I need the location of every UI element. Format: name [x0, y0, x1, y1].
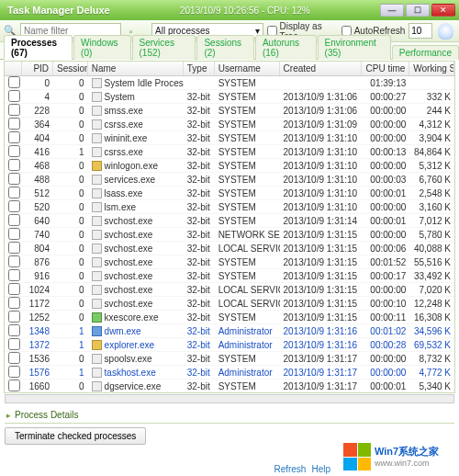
row-checkbox[interactable]	[8, 366, 20, 378]
row-checkbox[interactable]	[8, 352, 20, 364]
process-icon	[92, 368, 102, 378]
row-checkbox[interactable]	[8, 118, 20, 130]
col-pid[interactable]: PID	[22, 62, 53, 75]
table-row[interactable]: 8760svchost.exe32-bitSYSTEM2013/10/9 1:3…	[5, 255, 454, 269]
row-checkbox[interactable]	[8, 283, 20, 295]
process-icon	[92, 299, 102, 309]
table-row[interactable]: 40System32-bitSYSTEM2013/10/9 1:31:0600:…	[5, 90, 454, 104]
table-row[interactable]: 4161csrss.exe32-bitSYSTEM2013/10/9 1:31:…	[5, 145, 454, 159]
table-row[interactable]: 11720svchost.exe32-bitLOCAL SERVICE2013/…	[5, 297, 454, 311]
table-row[interactable]: 12520kxescore.exe32-bitSYSTEM2013/10/9 1…	[5, 311, 454, 324]
process-icon	[92, 92, 102, 102]
process-icon	[92, 271, 102, 281]
row-checkbox[interactable]	[8, 76, 20, 88]
table-row[interactable]: 4040wininit.exe32-bitSYSTEM2013/10/9 1:3…	[5, 131, 454, 145]
process-icon	[92, 257, 102, 267]
table-row[interactable]: 00System Idle ProcessSYSTEM01:39:13	[5, 76, 454, 90]
horizontal-scrollbar[interactable]	[5, 394, 454, 403]
col-session[interactable]: Session	[53, 62, 88, 75]
app-title: Task Manager Deluxe	[7, 5, 110, 16]
process-icon	[92, 202, 102, 212]
process-icon	[92, 326, 102, 336]
row-checkbox[interactable]	[8, 131, 20, 143]
row-checkbox[interactable]	[8, 380, 20, 391]
col-username[interactable]: Username	[215, 62, 280, 75]
process-icon	[92, 216, 102, 226]
tab-services-[interactable]: Services (152)	[132, 35, 196, 60]
col-cputime[interactable]: CPU time	[362, 62, 409, 75]
col-name[interactable]: Name	[88, 62, 184, 75]
grid-header[interactable]: PID Session Name Type Username Created C…	[5, 62, 454, 76]
process-icon	[92, 312, 102, 323]
tab-processes-[interactable]: Processes (67)	[4, 35, 73, 60]
table-row[interactable]: 7400svchost.exe32-bitNETWORK SER...2013/…	[5, 228, 454, 242]
tab-performance[interactable]: Performance	[392, 45, 459, 60]
process-icon	[92, 175, 102, 185]
title-status: 2013/10/9 10:26:56 - CPU: 12%	[110, 6, 380, 16]
table-row[interactable]: 5200lsm.exe32-bitSYSTEM2013/10/9 1:31:10…	[5, 200, 454, 214]
process-icon	[92, 354, 102, 364]
process-icon	[92, 188, 102, 198]
table-row[interactable]: 13721explorer.exe32-bitAdministrator2013…	[5, 338, 454, 352]
table-row[interactable]: 8040svchost.exe32-bitLOCAL SERVICE2013/1…	[5, 242, 454, 255]
row-checkbox[interactable]	[8, 145, 20, 157]
table-row[interactable]: 4880services.exe32-bitSYSTEM2013/10/9 1:…	[5, 173, 454, 187]
row-checkbox[interactable]	[8, 159, 20, 171]
col-type[interactable]: Type	[184, 62, 215, 75]
col-created[interactable]: Created	[280, 62, 362, 75]
process-grid[interactable]: PID Session Name Type Username Created C…	[4, 61, 455, 393]
row-checkbox[interactable]	[8, 200, 20, 212]
table-row[interactable]: 4680winlogon.exe32-bitSYSTEM2013/10/9 1:…	[5, 159, 454, 173]
table-row[interactable]: 9160svchost.exe32-bitSYSTEM2013/10/9 1:3…	[5, 269, 454, 283]
row-checkbox[interactable]	[8, 255, 20, 267]
help-link[interactable]: Help	[311, 464, 330, 474]
table-row[interactable]: 3640csrss.exe32-bitSYSTEM2013/10/9 1:31:…	[5, 118, 454, 131]
tab-sessions-[interactable]: Sessions (2)	[196, 35, 253, 60]
process-icon	[92, 230, 102, 240]
row-checkbox[interactable]	[8, 228, 20, 240]
row-checkbox[interactable]	[8, 173, 20, 185]
process-icon	[92, 285, 102, 295]
row-checkbox[interactable]	[8, 297, 20, 309]
ghost-icon[interactable]	[438, 23, 453, 40]
col-workingset[interactable]: Working Set	[409, 62, 454, 75]
row-checkbox[interactable]	[8, 269, 20, 281]
row-checkbox[interactable]	[8, 187, 20, 198]
tab-windows-[interactable]: Windows (0)	[73, 35, 130, 60]
table-row[interactable]: 2280smss.exe32-bitSYSTEM2013/10/9 1:31:0…	[5, 104, 454, 118]
process-icon	[92, 244, 102, 254]
process-icon	[92, 381, 102, 391]
interval-spinner[interactable]	[409, 23, 432, 39]
row-checkbox[interactable]	[8, 214, 20, 226]
tab-environment-[interactable]: Environment (35)	[318, 35, 391, 60]
close-button[interactable]: ✕	[431, 4, 455, 17]
terminate-button[interactable]: Terminate checked processes	[5, 427, 146, 445]
process-icon	[92, 340, 102, 350]
table-row[interactable]: 15360spoolsv.exe32-bitSYSTEM2013/10/9 1:…	[5, 352, 454, 366]
titlebar[interactable]: Task Manager Deluxe 2013/10/9 10:26:56 -…	[0, 0, 459, 20]
row-checkbox[interactable]	[8, 90, 20, 102]
row-checkbox[interactable]	[8, 324, 20, 336]
table-row[interactable]: 13481dwm.exe32-bitAdministrator2013/10/9…	[5, 324, 454, 338]
process-icon	[92, 133, 102, 143]
maximize-button[interactable]: ☐	[406, 4, 430, 17]
row-checkbox[interactable]	[8, 338, 20, 350]
row-checkbox[interactable]	[8, 104, 20, 116]
branding-watermark: Win7系统之家www.win7.com	[340, 437, 459, 476]
table-row[interactable]: 15761taskhost.exe32-bitAdministrator2013…	[5, 366, 454, 380]
tab-bar: Processes (67)Windows (0)Services (152)S…	[0, 42, 459, 60]
table-row[interactable]: 6400svchost.exe32-bitSYSTEM2013/10/9 1:3…	[5, 214, 454, 228]
table-row[interactable]: 10240svchost.exe32-bitLOCAL SERVICE2013/…	[5, 283, 454, 297]
process-icon	[92, 106, 102, 116]
table-row[interactable]: 5120lsass.exe32-bitSYSTEM2013/10/9 1:31:…	[5, 187, 454, 200]
table-row[interactable]: 16600dgservice.exe32-bitSYSTEM2013/10/9 …	[5, 380, 454, 393]
row-checkbox[interactable]	[8, 311, 20, 323]
refresh-link[interactable]: Refresh	[274, 464, 306, 474]
tab-autoruns-[interactable]: Autoruns (16)	[255, 35, 317, 60]
process-icon	[92, 119, 102, 130]
minimize-button[interactable]: —	[380, 4, 404, 17]
process-details-header[interactable]: Process Details	[5, 407, 454, 424]
row-checkbox[interactable]	[8, 393, 20, 394]
windows-flag-icon	[343, 443, 371, 470]
row-checkbox[interactable]	[8, 242, 20, 254]
